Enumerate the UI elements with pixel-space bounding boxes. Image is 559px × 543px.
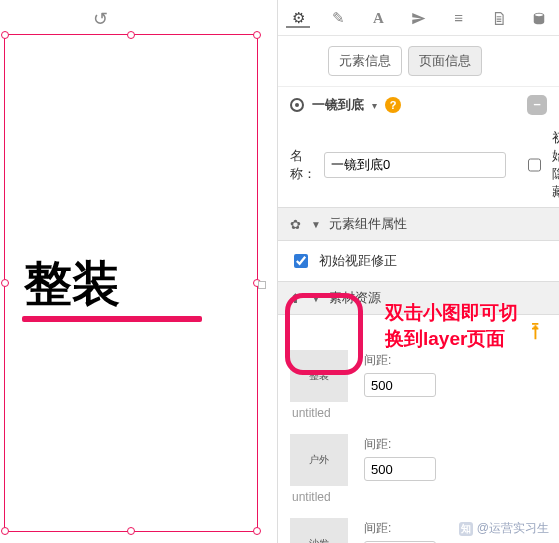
callout-line: 双击小图即可切 — [385, 300, 518, 326]
interval-label: 间距: — [364, 436, 436, 453]
gear-icon: ✿ — [290, 217, 301, 232]
annotation-callout: 双击小图即可切 换到layer页面 — [385, 300, 518, 351]
asset-list: 整装间距:untitled户外间距:untitled沙发间距:untitled — [278, 344, 559, 543]
asset-thumbnail[interactable]: 整装 — [290, 350, 348, 402]
chevron-down-icon: ▼ — [311, 219, 321, 230]
collapse-button[interactable]: – — [527, 95, 547, 115]
resize-handle[interactable] — [1, 527, 9, 535]
resize-handle[interactable] — [1, 31, 9, 39]
tab-settings[interactable]: ⚙ — [278, 9, 318, 27]
interval-label: 间距: — [364, 520, 436, 537]
asset-thumbnail[interactable]: 户外 — [290, 434, 348, 486]
upload-icon[interactable]: ⭱ — [527, 321, 545, 342]
midpoint-handle[interactable] — [258, 281, 266, 289]
initial-hidden-checkbox[interactable] — [528, 158, 541, 172]
tab-text[interactable]: A — [358, 9, 398, 27]
tab-data[interactable] — [519, 9, 559, 27]
chevron-down-icon: ▼ — [311, 293, 321, 304]
viewdistance-label: 初始视距修正 — [319, 252, 397, 270]
accordion-label: 素材资源 — [329, 289, 381, 307]
tab-send[interactable] — [398, 9, 438, 27]
canvas-underline — [22, 316, 202, 322]
text-icon: A — [373, 10, 384, 26]
inspector-panel: ⚙ ✎ A ≡ 元素信息 页面信息 一镜到底 ▾ ? – 名称： 初始隐藏 ✿ … — [277, 0, 559, 543]
section-header: 一镜到底 ▾ ? – — [278, 87, 559, 123]
interval-input[interactable] — [364, 373, 436, 397]
chevron-down-icon[interactable]: ▾ — [372, 100, 377, 111]
database-icon — [532, 9, 546, 26]
name-field-row: 名称： 初始隐藏 — [278, 123, 559, 207]
tab-page[interactable] — [479, 9, 519, 27]
name-label: 名称： — [290, 147, 316, 183]
paper-plane-icon — [411, 9, 426, 26]
subtab-page-info[interactable]: 页面信息 — [408, 46, 482, 76]
watermark: 知@运营实习生 — [459, 520, 549, 537]
watermark-text: @运营实习生 — [477, 521, 549, 535]
tab-list[interactable]: ≡ — [439, 9, 479, 26]
name-input[interactable] — [324, 152, 506, 178]
resize-handle[interactable] — [127, 527, 135, 535]
initial-hidden-label: 初始隐藏 — [552, 129, 559, 201]
undo-icon[interactable]: ↺ — [93, 8, 108, 30]
callout-line: 换到layer页面 — [385, 326, 518, 352]
zhihu-logo-icon: 知 — [459, 522, 473, 536]
help-icon[interactable]: ? — [385, 97, 401, 113]
pencil-icon: ✎ — [332, 9, 345, 26]
list-icon: ≡ — [454, 9, 463, 26]
resize-handle[interactable] — [127, 31, 135, 39]
target-icon — [290, 98, 304, 112]
viewdistance-row: 初始视距修正 — [278, 241, 559, 281]
resize-handle[interactable] — [253, 31, 261, 39]
subtab-element-info[interactable]: 元素信息 — [328, 46, 402, 76]
info-subtabs: 元素信息 页面信息 — [278, 36, 559, 87]
canvas-text[interactable]: 整装 — [24, 252, 120, 316]
interval-label: 间距: — [364, 352, 436, 369]
accordion-label: 元素组件属性 — [329, 215, 407, 233]
resize-handle[interactable] — [1, 279, 9, 287]
tab-edit[interactable]: ✎ — [318, 9, 358, 27]
asset-item: 户外间距: — [290, 428, 547, 488]
asset-thumbnail[interactable]: 沙发 — [290, 518, 348, 543]
viewdistance-checkbox[interactable] — [294, 254, 308, 268]
interval-input[interactable] — [364, 457, 436, 481]
accordion-component-props[interactable]: ✿ ▼ 元素组件属性 — [278, 207, 559, 241]
upload-small-icon: ⬆ — [290, 291, 301, 306]
asset-item: 整装间距: — [290, 344, 547, 404]
asset-caption: untitled — [290, 404, 547, 428]
resize-handle[interactable] — [253, 527, 261, 535]
canvas-area[interactable]: ↺ 整装 — [0, 0, 277, 543]
gear-icon: ⚙ — [292, 9, 305, 26]
page-icon — [492, 9, 506, 26]
section-title: 一镜到底 — [312, 96, 364, 114]
inspector-icon-tabs: ⚙ ✎ A ≡ — [278, 0, 559, 36]
asset-caption: untitled — [290, 488, 547, 512]
